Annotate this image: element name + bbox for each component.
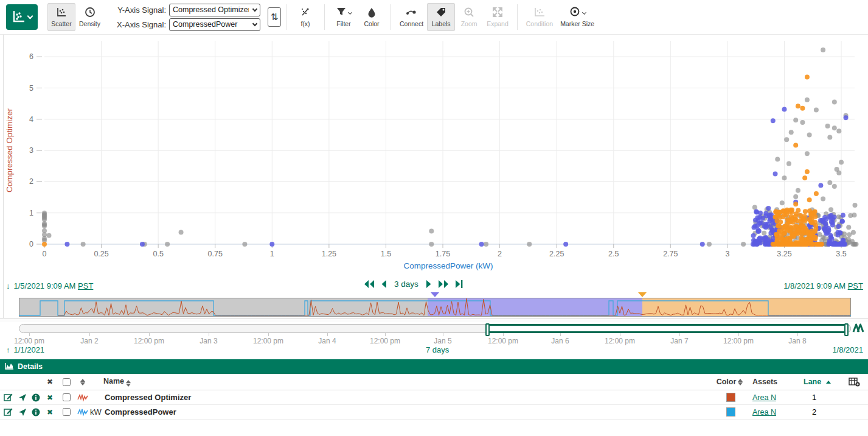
info-icon[interactable] bbox=[29, 408, 43, 417]
unit-label: kW bbox=[90, 407, 103, 417]
navigator-tick bbox=[797, 333, 798, 336]
svg-text:0.75: 0.75 bbox=[208, 250, 223, 258]
details-row-compressed-optimizer[interactable]: ✖ Compressed Optimizer Area N 1 bbox=[0, 390, 868, 405]
color-swatch[interactable] bbox=[726, 393, 735, 402]
remove-icon[interactable]: ✖ bbox=[43, 393, 57, 402]
sort-icon[interactable] bbox=[126, 380, 131, 387]
chevron-down-icon bbox=[582, 10, 586, 14]
remove-all-icon[interactable]: ✖ bbox=[43, 378, 57, 386]
timezone-link[interactable]: PST bbox=[848, 281, 863, 290]
details-panel-header[interactable]: Details bbox=[0, 359, 868, 374]
step-back-full-button[interactable] bbox=[364, 280, 375, 289]
display-range-start-marker[interactable] bbox=[431, 292, 439, 297]
scatter-chart-canvas[interactable]: 012345600.250.50.7511.251.51.7522.252.52… bbox=[0, 35, 868, 276]
chevron-down-icon bbox=[347, 10, 352, 14]
scatter-plot-tool-button[interactable] bbox=[6, 4, 38, 30]
select-all-checkbox[interactable] bbox=[63, 378, 71, 386]
toolbar-separator bbox=[517, 4, 518, 30]
investigate-start-arrow-icon[interactable]: ↑ bbox=[6, 345, 10, 354]
column-header-lane[interactable]: Lane bbox=[804, 378, 840, 386]
connect-button[interactable]: Connect bbox=[396, 3, 427, 31]
lane-value: 1 bbox=[804, 393, 840, 402]
row-checkbox[interactable] bbox=[63, 393, 71, 401]
labels-button[interactable]: Labels bbox=[427, 3, 455, 31]
asset-link[interactable]: Area N bbox=[752, 408, 776, 417]
capsule-marker[interactable] bbox=[638, 292, 647, 297]
navigator-tick-label: Jan 6 bbox=[551, 337, 569, 345]
scatter-view-button[interactable]: Scatter bbox=[47, 3, 75, 31]
navigate-icon[interactable] bbox=[16, 393, 29, 402]
navigator-tick bbox=[268, 333, 269, 336]
column-header-assets[interactable]: Assets bbox=[752, 378, 804, 386]
sort-icon[interactable] bbox=[738, 379, 743, 385]
area-chart-icon bbox=[5, 362, 14, 371]
function-icon bbox=[300, 7, 311, 18]
labels-tag-icon bbox=[436, 7, 446, 18]
svg-text:3.5: 3.5 bbox=[836, 250, 846, 258]
svg-text:2.75: 2.75 bbox=[663, 250, 678, 258]
fx-button[interactable]: f(x) bbox=[291, 3, 319, 31]
scatter-icon bbox=[56, 7, 67, 18]
step-forward-full-button[interactable] bbox=[438, 280, 449, 289]
color-swatch[interactable] bbox=[726, 407, 735, 417]
svg-text:2.5: 2.5 bbox=[608, 250, 619, 258]
navigator-tick-label: 12:00 pm bbox=[723, 337, 754, 345]
step-forward-half-button[interactable] bbox=[426, 280, 432, 289]
navigate-icon[interactable] bbox=[16, 408, 29, 417]
navigator-tick-label: Jan 2 bbox=[80, 337, 98, 345]
y-axis-signal-label: Y-Axis Signal: bbox=[113, 5, 166, 15]
expand-button: Expand bbox=[483, 3, 512, 31]
row-checkbox[interactable] bbox=[63, 408, 71, 416]
svg-text:0.5: 0.5 bbox=[153, 250, 163, 258]
navigator-track[interactable] bbox=[19, 324, 851, 333]
display-range-start[interactable]: 1/5/2021 9:09 AM PST bbox=[14, 281, 94, 290]
edit-icon[interactable] bbox=[0, 407, 16, 417]
investigate-duration[interactable]: 7 days bbox=[426, 345, 449, 354]
filter-button[interactable]: Filter bbox=[330, 3, 358, 31]
investigate-start-date[interactable]: 1/1/2021 bbox=[14, 345, 45, 354]
navigator-tick-label: 12:00 pm bbox=[370, 337, 400, 345]
scatter-plot-tool-icon bbox=[12, 10, 26, 25]
edit-icon[interactable] bbox=[0, 393, 16, 402]
remove-icon[interactable]: ✖ bbox=[43, 408, 57, 417]
add-column-icon[interactable] bbox=[840, 378, 868, 387]
item-name[interactable]: CompressedPower bbox=[103, 407, 709, 417]
swap-axes-button[interactable]: ⇅ bbox=[268, 7, 281, 27]
zoom-icon bbox=[464, 7, 474, 18]
timezone-link[interactable]: PST bbox=[78, 281, 93, 290]
y-axis-signal-select[interactable]: Compressed Optimizer bbox=[169, 4, 260, 16]
toolbar-separator bbox=[391, 4, 391, 30]
clock-icon bbox=[85, 7, 95, 18]
navigator-selection[interactable] bbox=[488, 324, 846, 333]
svg-text:1.5: 1.5 bbox=[381, 250, 391, 258]
navigator-tick-label: 12:00 pm bbox=[14, 337, 44, 345]
navigator-tick bbox=[209, 333, 209, 336]
svg-text:0: 0 bbox=[43, 250, 47, 258]
signal-icon bbox=[75, 393, 90, 402]
column-header-name[interactable]: Name bbox=[103, 377, 709, 387]
svg-text:4: 4 bbox=[29, 115, 33, 124]
color-button[interactable]: Color bbox=[358, 3, 386, 31]
asset-link[interactable]: Area N bbox=[752, 393, 776, 402]
step-back-half-button[interactable] bbox=[381, 280, 387, 289]
x-axis-signal-select[interactable]: CompressedPower bbox=[169, 18, 260, 31]
step-to-end-button[interactable] bbox=[455, 280, 463, 289]
navigator-tick-label: Jan 8 bbox=[788, 337, 806, 345]
marker-size-label: Marker Size bbox=[560, 20, 594, 27]
timeline-preview-strip[interactable] bbox=[0, 297, 868, 318]
info-icon[interactable] bbox=[29, 393, 43, 402]
display-range-end[interactable]: 1/8/2021 9:09 AM PST bbox=[783, 281, 863, 290]
expand-icon bbox=[492, 7, 503, 18]
sort-icon[interactable] bbox=[75, 379, 90, 385]
toolbar-separator bbox=[324, 4, 325, 30]
investigate-end-date[interactable]: 1/8/2021 bbox=[832, 345, 863, 354]
svg-text:1.25: 1.25 bbox=[322, 250, 336, 258]
density-view-button[interactable]: Density bbox=[75, 3, 104, 31]
fx-label: f(x) bbox=[300, 20, 310, 27]
item-name[interactable]: Compressed Optimizer bbox=[103, 393, 709, 402]
range-start-arrow-icon[interactable]: ↓ bbox=[6, 281, 10, 290]
navigator-tick-label: Jan 4 bbox=[318, 337, 336, 345]
marker-size-button[interactable]: Marker Size bbox=[557, 3, 598, 31]
details-row-compressedpower[interactable]: ✖ kW CompressedPower Area N 2 bbox=[0, 405, 868, 420]
column-header-color[interactable]: Color bbox=[709, 378, 752, 386]
